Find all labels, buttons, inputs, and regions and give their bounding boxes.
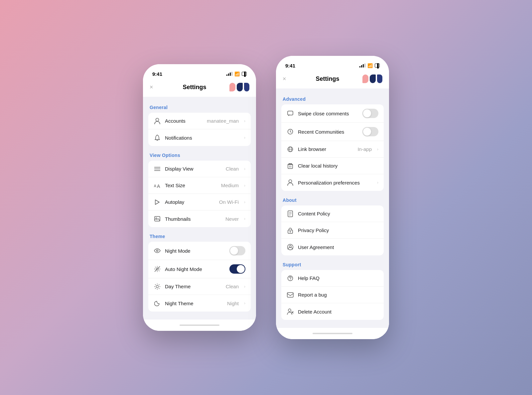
text-size-icon: A A — [154, 182, 161, 189]
moon-icon — [154, 300, 161, 307]
settings-title-2: Settings — [316, 75, 339, 82]
night-mode-item[interactable]: Night Mode — [148, 242, 251, 260]
notifications-item[interactable]: Notifications › — [148, 129, 251, 146]
accounts-item[interactable]: Accounts manatee_man › — [148, 113, 251, 129]
logo-dark-left-1 — [237, 83, 243, 91]
person-icon — [154, 117, 161, 125]
notch-2 — [311, 56, 354, 66]
svg-rect-45 — [288, 230, 293, 233]
header-1: × Settings — [143, 79, 256, 97]
privacy-policy-label: Privacy Policy — [298, 227, 378, 233]
user-agreement-label: User Agreement — [298, 244, 378, 250]
day-theme-item[interactable]: Day Theme Clean › — [148, 278, 251, 295]
night-theme-item[interactable]: Night Theme Night › — [148, 295, 251, 312]
auto-night-item[interactable]: Auto Night Mode — [148, 260, 251, 278]
clear-history-item[interactable]: Clear local history — [281, 158, 384, 174]
person-delete-icon — [287, 308, 294, 315]
settings-group-support: Help FAQ Report a bug — [281, 270, 384, 320]
display-view-item[interactable]: Display View Clean › — [148, 161, 251, 177]
app-logo-1 — [229, 83, 249, 91]
recent-communities-toggle[interactable] — [362, 127, 378, 136]
report-bug-item[interactable]: Report a bug — [281, 287, 384, 303]
home-bar-2 — [313, 333, 352, 334]
svg-line-25 — [159, 288, 160, 289]
personalization-item[interactable]: Personalization preferences › — [281, 174, 384, 191]
delete-account-label: Delete Account — [298, 309, 378, 315]
svg-text:A: A — [154, 184, 156, 188]
night-mode-toggle[interactable] — [229, 246, 245, 255]
auto-night-knob — [237, 265, 245, 273]
thumbnails-item[interactable]: Thumbnails Never › — [148, 210, 251, 227]
content-policy-label: Content Policy — [298, 211, 378, 216]
accounts-chevron: › — [244, 119, 245, 123]
day-theme-value: Clean — [226, 284, 239, 289]
user-agreement-item[interactable]: User Agreement — [281, 239, 384, 255]
envelope-icon — [287, 291, 294, 299]
wifi-icon-1: 📶 — [234, 71, 240, 76]
recent-communities-item[interactable]: Recent Communities — [281, 123, 384, 141]
logo-pink-2 — [362, 74, 368, 83]
auto-night-label: Auto Night Mode — [165, 266, 225, 272]
svg-point-19 — [156, 285, 159, 288]
recent-communities-knob — [363, 128, 371, 136]
help-faq-item[interactable]: Help FAQ — [281, 270, 384, 287]
logo-dark-left-2 — [370, 74, 376, 83]
svg-point-52 — [288, 309, 291, 312]
section-view-header: View Options — [143, 147, 256, 161]
signal-icon-1 — [226, 72, 232, 76]
svg-point-7 — [156, 218, 157, 219]
header-2: × Settings — [276, 70, 389, 88]
status-icons-2: 📶 ▐ — [359, 63, 380, 68]
status-time-2: 9:41 — [285, 63, 295, 68]
phone-1: 9:41 📶 ▐ × Settings — [143, 64, 256, 331]
svg-line-15 — [159, 271, 160, 271]
phone-2: 9:41 📶 ▐ × Settings — [276, 56, 389, 339]
accounts-value: manatee_man — [207, 118, 239, 124]
text-size-value: Medium — [221, 183, 239, 188]
home-indicator-2 — [276, 328, 389, 339]
swipe-close-item[interactable]: Swipe close comments — [281, 104, 384, 123]
accounts-label: Accounts — [165, 118, 203, 124]
personalization-label: Personalization preferences — [298, 180, 373, 186]
doc-icon — [287, 210, 294, 217]
swipe-close-knob — [363, 109, 371, 117]
text-size-item[interactable]: A A Text Size Medium › — [148, 177, 251, 194]
section-theme-header: Theme — [143, 228, 256, 242]
clock-icon — [287, 128, 294, 135]
settings-group-about: Content Policy Privacy Policy — [281, 205, 384, 255]
close-button-1[interactable]: × — [150, 84, 160, 91]
display-view-label: Display View — [165, 166, 222, 172]
svg-point-46 — [290, 231, 291, 232]
swipe-close-toggle[interactable] — [362, 109, 378, 118]
clear-history-label: Clear local history — [298, 163, 378, 169]
home-bar-1 — [180, 325, 219, 326]
privacy-policy-item[interactable]: Privacy Policy — [281, 222, 384, 239]
night-theme-value: Night — [227, 301, 239, 306]
section-support-header: Support — [276, 257, 389, 270]
link-browser-item[interactable]: Link browser In-app › — [281, 141, 384, 158]
home-indicator-1 — [143, 320, 256, 331]
display-view-chevron: › — [244, 167, 245, 171]
svg-point-8 — [157, 250, 158, 252]
svg-line-27 — [155, 288, 156, 289]
content-policy-item[interactable]: Content Policy — [281, 205, 384, 222]
eye-icon — [154, 247, 161, 254]
report-bug-label: Report a bug — [298, 292, 378, 298]
svg-line-24 — [155, 284, 156, 285]
thumbnails-label: Thumbnails — [165, 216, 221, 222]
autoplay-chevron: › — [244, 200, 245, 204]
play-icon — [154, 198, 161, 206]
delete-account-item[interactable]: Delete Account — [281, 303, 384, 320]
night-theme-chevron: › — [244, 301, 245, 306]
logo-pink-1 — [229, 83, 235, 91]
help-faq-label: Help FAQ — [298, 275, 378, 281]
settings-content-1: General Accounts manatee_man › — [143, 97, 256, 320]
logo-dark-right-2 — [377, 74, 382, 83]
auto-night-toggle[interactable] — [229, 264, 245, 274]
close-button-2[interactable]: × — [283, 75, 293, 82]
sun-slash-icon — [154, 265, 161, 273]
status-time-1: 9:41 — [152, 71, 162, 77]
autoplay-item[interactable]: Autoplay On Wi-Fi › — [148, 194, 251, 210]
section-about-header: About — [276, 192, 389, 205]
settings-group-general: Accounts manatee_man › Notifications › — [148, 113, 251, 146]
